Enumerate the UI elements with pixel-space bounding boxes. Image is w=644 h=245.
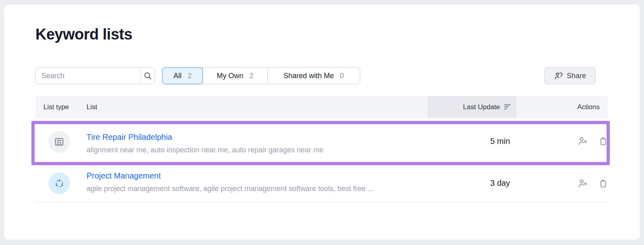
row-separator bbox=[35, 202, 608, 203]
last-update-value: 3 day bbox=[427, 179, 510, 188]
filter-tabs: All 2 My Own 2 Shared with Me 0 bbox=[162, 67, 360, 84]
tab-shared-with-me[interactable]: Shared with Me 0 bbox=[267, 68, 360, 84]
tab-label: All bbox=[173, 72, 182, 80]
list-type-badge bbox=[48, 131, 70, 153]
keyword-lists-card: Keyword lists All 2 My Own 2 Shared with… bbox=[4, 4, 640, 240]
list-title-link[interactable]: Project Management bbox=[87, 171, 374, 181]
search-box bbox=[35, 67, 155, 84]
list-type-badge bbox=[48, 172, 70, 194]
search-button[interactable] bbox=[140, 68, 155, 84]
share-button-label: Share bbox=[567, 72, 586, 80]
list-info: Tire Repair Philadelphia alignment near … bbox=[87, 132, 323, 155]
tab-count: 0 bbox=[340, 72, 344, 80]
table-list-icon bbox=[54, 137, 64, 147]
tab-label: Shared with Me bbox=[283, 72, 334, 80]
page-title: Keyword lists bbox=[35, 26, 132, 43]
tab-my-own[interactable]: My Own 2 bbox=[202, 68, 267, 84]
search-input[interactable] bbox=[36, 68, 140, 84]
share-button[interactable]: Share bbox=[544, 67, 596, 84]
cluster-list-icon bbox=[54, 178, 65, 189]
delete-trash-icon[interactable] bbox=[598, 135, 608, 147]
tab-count: 2 bbox=[250, 72, 254, 80]
delete-trash-icon[interactable] bbox=[598, 178, 608, 189]
tab-all[interactable]: All 2 bbox=[162, 67, 203, 84]
row-actions bbox=[577, 135, 608, 147]
column-header-actions: Actions bbox=[577, 96, 600, 118]
column-header-list: List bbox=[87, 96, 97, 118]
column-header-list-type: List type bbox=[43, 96, 69, 118]
share-user-add-icon[interactable] bbox=[577, 135, 588, 147]
sort-descending-icon bbox=[504, 104, 512, 110]
tab-count: 2 bbox=[188, 72, 192, 80]
column-header-last-update-label: Last Update bbox=[463, 103, 500, 111]
list-info: Project Management agile project managem… bbox=[87, 171, 374, 193]
list-keywords-preview: alignment near me, auto inspection near … bbox=[87, 145, 323, 155]
search-icon bbox=[144, 72, 152, 80]
share-user-add-icon[interactable] bbox=[577, 178, 588, 189]
column-header-last-update[interactable]: Last Update bbox=[427, 96, 516, 118]
row-actions bbox=[577, 178, 608, 189]
table-header: List type List Last Update Actions bbox=[35, 96, 608, 118]
list-keywords-preview: agile project management software, agile… bbox=[87, 184, 374, 193]
last-update-value: 5 min bbox=[427, 137, 510, 146]
tab-label: My Own bbox=[217, 72, 243, 80]
share-person-icon bbox=[554, 71, 563, 81]
list-title-link[interactable]: Tire Repair Philadelphia bbox=[87, 132, 323, 142]
